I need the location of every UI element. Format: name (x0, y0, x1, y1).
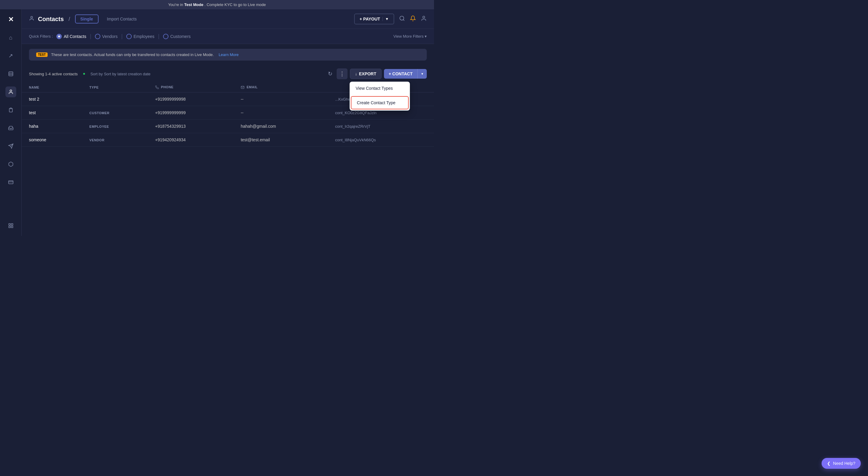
learn-more-link[interactable]: Learn More (218, 53, 239, 57)
receipt-icon[interactable] (5, 104, 16, 116)
filter-radio-employees (126, 34, 132, 39)
cell-type: EMPLOYEE (82, 120, 148, 133)
cell-name: test (22, 106, 82, 120)
add-contact-button[interactable]: + CONTACT (384, 69, 417, 78)
breadcrumb-separator: / (69, 16, 70, 22)
create-contact-type-item[interactable]: Create Contact Type (351, 96, 409, 109)
col-type: TYPE (82, 82, 148, 93)
active-dot (83, 73, 85, 75)
svg-point-16 (423, 16, 425, 18)
showing-count: Showing 1-4 active contacts (29, 72, 78, 76)
svg-rect-11 (11, 226, 13, 228)
svg-point-14 (400, 16, 404, 20)
export-icon: ↓ (355, 71, 357, 76)
tab-single[interactable]: Single (75, 14, 98, 24)
cell-phone: +919420924934 (148, 133, 234, 147)
sidebar: ✕ ⌂ ↗ (0, 9, 22, 236)
cell-email: test@test.email (234, 133, 328, 147)
table-row[interactable]: someone VENDOR +919420924934 test@test.e… (22, 133, 434, 147)
header: Contacts / Single Import Contacts + PAYO… (22, 9, 434, 29)
contact-button-group: + CONTACT ▾ (384, 69, 427, 78)
filter-radio-customers (163, 34, 168, 39)
document-icon[interactable] (5, 68, 16, 79)
arrow-icon[interactable]: ↗ (5, 50, 16, 61)
content-area: TEST These are test contacts. Actual fun… (22, 44, 434, 236)
contact-dropdown-menu: View Contact Types Create Contact Type (350, 82, 410, 110)
card-icon[interactable] (5, 177, 16, 188)
cell-type: VENDOR (82, 133, 148, 147)
table-row[interactable]: haha EMPLOYEE +918754329913 hahah@gmail.… (22, 120, 434, 133)
test-badge: TEST (36, 53, 48, 57)
cell-phone: +918754329913 (148, 120, 234, 133)
filter-radio-vendors (95, 34, 100, 39)
filter-label: Quick Filters : (29, 34, 53, 38)
cell-email: -- (234, 106, 328, 120)
svg-rect-12 (9, 226, 10, 228)
col-phone: PHONE (148, 82, 234, 93)
page-title: Contacts (38, 16, 64, 23)
quick-filters-bar: Quick Filters : All Contacts | Vendors |… (22, 29, 434, 44)
home-icon[interactable]: ⌂ (5, 32, 16, 43)
view-contact-types-item[interactable]: View Contact Types (350, 82, 410, 95)
filter-all-contacts[interactable]: All Contacts (56, 34, 86, 39)
payout-button[interactable]: + PAYOUT ▼ (354, 13, 394, 24)
cell-name: someone (22, 133, 82, 147)
logo[interactable]: ✕ (5, 14, 16, 25)
export-button[interactable]: ↓ EXPORT (350, 69, 381, 79)
profile-icon[interactable] (421, 15, 427, 23)
svg-line-15 (403, 19, 404, 21)
cell-email: -- (234, 93, 328, 106)
payout-chevron-icon: ▼ (382, 17, 389, 21)
cell-email: hahah@gmail.com (234, 120, 328, 133)
filter-customers[interactable]: Customers (163, 34, 191, 39)
test-mode-banner: TEST These are test contacts. Actual fun… (29, 49, 427, 61)
inbox-icon[interactable] (5, 123, 16, 133)
bell-icon[interactable] (410, 15, 416, 23)
cell-type: CUSTOMER (82, 106, 148, 120)
cell-phone: +919999999999 (148, 106, 234, 120)
more-options-button[interactable]: ⋮ (337, 68, 347, 79)
top-banner: You're in Test Mode . Complete KYC to go… (0, 0, 434, 9)
svg-point-3 (10, 90, 12, 92)
svg-point-13 (31, 16, 33, 18)
cell-phone: +919999999998 (148, 93, 234, 106)
table-toolbar: Showing 1-4 active contacts Sort by Sort… (22, 65, 434, 82)
tab-import-contacts[interactable]: Import Contacts (102, 15, 142, 23)
filter-employees[interactable]: Employees (126, 34, 154, 39)
box-icon[interactable] (5, 159, 16, 169)
col-name: NAME (22, 82, 82, 93)
cell-name: test 2 (22, 93, 82, 106)
cell-id: cont_Ir2qajreZRrVjT (328, 120, 434, 133)
view-more-filters-button[interactable]: View More Filters ▾ (393, 34, 427, 38)
svg-rect-9 (9, 224, 10, 225)
col-email: EMAIL (234, 82, 328, 93)
cell-id: cont_I8NjaQuVkN66Qs (328, 133, 434, 147)
svg-rect-4 (10, 108, 11, 109)
contacts-icon[interactable] (5, 87, 16, 97)
sort-label: Sort by Sort by latest creation date (90, 72, 150, 76)
grid-icon[interactable] (5, 220, 16, 231)
cell-type (82, 93, 148, 106)
send-icon[interactable] (5, 141, 16, 152)
svg-rect-10 (11, 224, 13, 225)
search-icon[interactable] (399, 15, 405, 23)
svg-rect-7 (8, 181, 13, 184)
toolbar-right: ↻ ⋮ ↓ EXPORT + CONTACT ▾ View Contact Ty… (326, 68, 427, 79)
svg-rect-0 (9, 72, 13, 76)
refresh-button[interactable]: ↻ (326, 69, 334, 79)
header-contact-icon (29, 16, 34, 23)
cell-name: haha (22, 120, 82, 133)
filter-radio-all (56, 34, 62, 39)
contact-dropdown-button[interactable]: ▾ (417, 69, 427, 78)
filter-vendors[interactable]: Vendors (95, 34, 118, 39)
